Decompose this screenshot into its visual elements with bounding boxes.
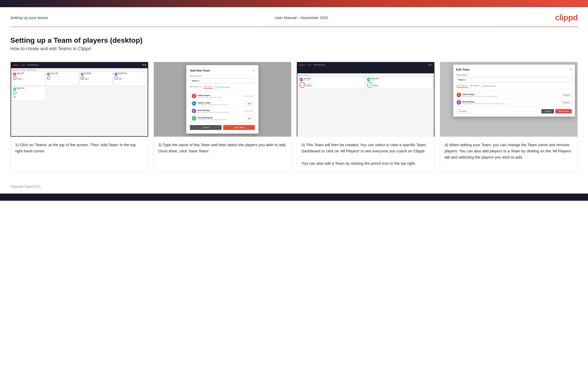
remove-player-1-button[interactable]: Remove [562, 93, 572, 97]
bar [375, 84, 375, 86]
team-nav-my-performance: My Performance [314, 64, 325, 66]
add-player-2-button[interactable]: Add [246, 102, 253, 105]
bar [309, 83, 310, 86]
delete-team-button[interactable]: 🗑 Delete [456, 109, 469, 113]
card-4-description: 4) When editing your Team, you can chang… [445, 143, 572, 159]
player-info-2: Adrian Coliba 1.5 Handicap · Central Lon… [198, 102, 246, 106]
add-player-4-button[interactable]: Add [246, 117, 253, 120]
edit-team-modal-mock: Edit Team × Team Name * My Team (2) All … [440, 62, 578, 137]
team-nav-logo: clippd [299, 64, 305, 66]
player-name-1: Adrian Coliba [17, 73, 24, 74]
page-title: Setting up a Team of players (desktop) [10, 36, 578, 45]
page-footer: Copyright Clippd 2021 [0, 182, 588, 194]
bar [15, 97, 16, 98]
page-title-section: Setting up a Team of players (desktop) H… [0, 27, 588, 54]
cancel-button-mock[interactable]: Cancel [190, 125, 222, 130]
dashboard-content: Viewing 5 out of 5 players from All Play… [11, 68, 148, 136]
nav-links: Home My Performance [21, 64, 39, 66]
player-list: AP Adrian Player Plus Handicap · The Shi… [190, 92, 255, 123]
player-card-richard: RB Richard Butler Handicap 72 [12, 86, 46, 101]
team-nav-links: Home My Performance [308, 64, 325, 66]
edit-modal-title: Edit Team [456, 68, 470, 71]
bar [86, 77, 87, 80]
mini-bars-1 [18, 77, 22, 80]
card-3: clippd Home My Performance Team A · 2 pl… [297, 62, 435, 172]
modal-close-icon[interactable]: × [253, 69, 255, 72]
bar [19, 78, 19, 80]
header-left-text: Setting up your teams [10, 15, 48, 20]
edit-cancel-button[interactable]: Cancel [541, 109, 554, 113]
card-4: Edit Team × Team Name * My Team (2) All … [440, 62, 578, 172]
bar [21, 78, 21, 80]
player-name-modal-1: Adrian Player [198, 94, 244, 97]
avatar-db: DB [114, 73, 117, 76]
trash-icon: 🗑 [459, 110, 460, 112]
edit-tab-all-players[interactable]: All Players [470, 84, 480, 88]
team-player-sub-2: Handicap [371, 80, 379, 81]
avatar-rb: RB [13, 88, 16, 91]
avatar-acol: AC [192, 101, 196, 106]
player-item-2: AC Adrian Coliba 1.5 Handicap · Central … [190, 100, 255, 107]
bar [311, 85, 312, 86]
edit-team-name-input[interactable] [456, 77, 572, 82]
score-0: 0 [47, 76, 51, 80]
header: Setting up your teams User Manual – Nove… [0, 7, 588, 27]
bar [88, 78, 89, 80]
player-card-dave: DB Dave Billingham Handicap 78 [113, 72, 146, 86]
dashboard-nav: clippd Home My Performance [11, 62, 148, 68]
edit-filter-label: Filter by name [484, 85, 496, 87]
filter-checkbox[interactable] [215, 86, 217, 88]
player-info-3: Blair McHarg Plus Handicap · Royal North… [198, 109, 244, 113]
edit-tab-my-team[interactable]: My Team (2) [456, 84, 468, 88]
modal-tabs: My Team (2) All Players Filter by name [190, 85, 255, 90]
team-score-72: 72 [367, 82, 373, 88]
nav-icon-1 [142, 64, 144, 66]
remove-player-2-button[interactable]: Remove [562, 101, 572, 104]
player-info-4: Dave Billingham 1.5 Handicap · The Ding … [198, 117, 246, 120]
bar [378, 85, 379, 86]
bar [119, 78, 120, 80]
score-94: 94 [81, 76, 84, 80]
team-name-input[interactable] [190, 78, 255, 83]
header-logo-container: clippd [555, 13, 578, 22]
edit-player-detail-1: Plus Handicap · The Shire London, United… [463, 95, 562, 97]
save-team-button-mock[interactable]: Save Team [223, 125, 255, 130]
card-2: Add New Team × Team Name * My Team (2) A… [154, 62, 292, 172]
nav-icon-2 [145, 64, 146, 66]
card-2-text: 2) Type the name of this Team and then s… [154, 137, 291, 172]
player-name-modal-2: Adrian Coliba [198, 102, 246, 104]
card-2-screenshot: Add New Team × Team Name * My Team (2) A… [154, 62, 291, 137]
edit-filter-checkbox[interactable] [482, 85, 484, 87]
edit-player-item-1: AP Adrian Player Plus Handicap · The Shi… [457, 91, 572, 99]
player-card-blair: BM Blair McHarg Plus Handicap 94 [80, 72, 113, 86]
bar [377, 84, 377, 86]
modal-footer: Cancel Save Team [190, 125, 255, 130]
player-added-3: Player Added [244, 110, 253, 112]
bar [374, 85, 374, 86]
card-4-screenshot: Edit Team × Team Name * My Team (2) All … [440, 62, 578, 137]
team-bars-2 [374, 84, 379, 86]
card-4-text: 4) When editing your Team, you can chang… [440, 137, 578, 172]
bar [13, 97, 14, 98]
copyright-text: Copyright Clippd 2021 [10, 185, 41, 188]
team-dashboard-mock: clippd Home My Performance Team A · 2 pl… [297, 62, 434, 137]
tab-all-players[interactable]: All Players [204, 85, 213, 89]
bar [87, 79, 88, 80]
player-added-1: Player Added [244, 95, 253, 97]
add-team-modal-mock: Add New Team × Team Name * My Team (2) A… [154, 62, 291, 137]
score-84: 84 [13, 76, 17, 80]
avatar-ac2: AC [47, 73, 50, 76]
edit-icon-mock [429, 64, 430, 66]
edit-save-team-button[interactable]: Save Team [555, 109, 572, 113]
edit-player-detail-2: Plus Handicap · Royal North Devon Golf C… [463, 103, 562, 104]
tab-my-team[interactable]: My Team (2) [190, 85, 201, 89]
team-player-name-2: Richard Butler [371, 78, 379, 79]
avatar-ac: AC [13, 73, 16, 76]
player-cards-row-2: RB Richard Butler Handicap 72 [12, 86, 147, 101]
header-center-text: User Manual – November 2022 [275, 15, 328, 20]
bar [306, 85, 307, 86]
edit-modal-close-icon[interactable]: × [570, 68, 572, 71]
edit-player-name-2: Blair McHarg [463, 101, 562, 103]
player-detail-modal-2: 1.5 Handicap · Central London Golf Centr… [198, 104, 246, 106]
team-player-card-blair: BM Blair McHarg Plus Handicap 94 [298, 77, 365, 89]
